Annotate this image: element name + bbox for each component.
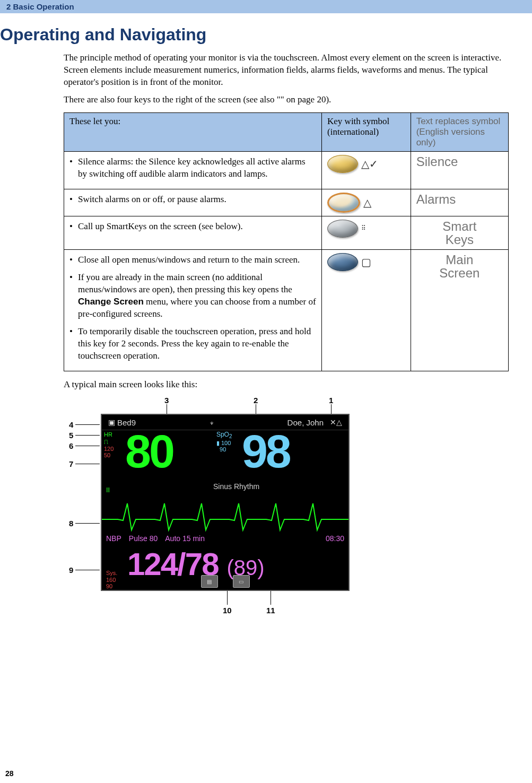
bullet: To temporarily disable the touchscreen o… <box>69 326 316 362</box>
silence-key-icon: △✓ <box>327 155 405 173</box>
bullet: Close all open menus/windows and return … <box>69 254 316 266</box>
english-label-silence: Silence <box>416 154 458 169</box>
bullet: Call up SmartKeys on the screen (see bel… <box>69 221 316 233</box>
spo2-value: 98 <box>242 430 290 481</box>
table-row: Close all open menus/windows and return … <box>64 250 509 371</box>
th-symbol: Key with symbol (international) <box>322 112 411 151</box>
body-text-block: The principle method of operating your m… <box>64 52 509 624</box>
table-header-row: These let you: Key with symbol (internat… <box>64 112 509 151</box>
hr-tile: HR ⎍ 120 50 80 <box>102 430 215 481</box>
rhythm-label: Sinus Rhythm <box>102 481 348 493</box>
main-screen-figure: 3 2 1 4 5 6 7 8 9 10 11 <box>64 396 361 624</box>
keys-table: These let you: Key with symbol (internat… <box>64 112 509 371</box>
callout-10: 10 <box>223 606 232 615</box>
bullet: Silence alarms: the Silence key acknowle… <box>69 156 316 180</box>
alarm-status-icon: ✕△ <box>330 418 342 427</box>
alarms-key-icon: △ <box>327 193 405 213</box>
callout-8: 8 <box>69 519 73 528</box>
oval-grey-icon <box>327 220 358 238</box>
dotgrid-icon: ⠿ <box>361 224 365 232</box>
english-label-alarms: Alarms <box>416 192 456 206</box>
spo2-lim-lo: 90 <box>216 446 242 453</box>
nbp-info-row: NBP Pulse 80 Auto 15 min 08:30 <box>102 534 348 546</box>
nbp-pulse: Pulse 80 <box>129 534 158 543</box>
softkey-icon: ▤ <box>201 575 218 588</box>
triangle-icon: △ <box>363 196 371 209</box>
hr-value: 80 <box>125 430 173 481</box>
softkey-bar: ▤ ▭ <box>102 575 348 588</box>
callout-9: 9 <box>69 566 73 575</box>
page-content: Operating and Navigating The principle m… <box>0 13 532 624</box>
th-function: These let you: <box>64 112 322 151</box>
spo2-label: SpO2 <box>216 431 242 439</box>
oval-yellow-icon <box>327 155 358 173</box>
antenna-icon: ⍖ <box>210 418 214 427</box>
callout-4: 4 <box>69 420 73 429</box>
page-title: Operating and Navigating <box>0 25 519 45</box>
hr-label: HR <box>104 431 125 438</box>
bullet: Switch alarms on or off, or pause alarms… <box>69 194 316 206</box>
ecg-waveform <box>102 493 348 534</box>
nbp-mode: Auto 15 min <box>165 534 205 543</box>
callout-6: 6 <box>69 441 73 450</box>
callout-11: 11 <box>266 606 275 615</box>
mainscreen-key-icon: ▢ <box>327 253 405 271</box>
english-label-mainscreen: Main Screen <box>416 253 503 280</box>
triangle-check-icon: △✓ <box>361 158 378 170</box>
callout-2: 2 <box>254 396 258 405</box>
paragraph-2: There are also four keys to the right of… <box>64 94 509 106</box>
oval-blue-icon <box>327 253 358 271</box>
callout-5: 5 <box>69 431 73 440</box>
paragraph-1: The principle method of operating your m… <box>64 52 509 89</box>
paragraph-3: A typical main screen looks like this: <box>64 379 509 391</box>
hr-lim-hi: 120 <box>104 446 125 452</box>
spo2-lim-hi: ▮ 100 <box>216 440 242 446</box>
square-icon: ▢ <box>361 256 371 268</box>
callout-3: 3 <box>164 396 169 405</box>
softkey-icon: ▭ <box>233 575 250 588</box>
table-row: Switch alarms on or off, or pause alarms… <box>64 189 509 216</box>
chapter-header: 2 Basic Operation <box>0 0 532 13</box>
smartkeys-key-icon: ⠿ <box>327 220 405 238</box>
th-english: Text replaces symbol (English versions o… <box>411 112 508 151</box>
chapter-title: 2 Basic Operation <box>6 2 74 11</box>
nbp-label: NBP <box>106 534 121 543</box>
hr-source-icon: ⎍ <box>104 438 125 446</box>
callout-7: 7 <box>69 459 73 468</box>
table-row: Silence alarms: the Silence key acknowle… <box>64 151 509 189</box>
table-row: Call up SmartKeys on the screen (see bel… <box>64 216 509 249</box>
hr-lim-lo: 50 <box>104 452 125 458</box>
callout-1: 1 <box>329 396 333 405</box>
oval-orange-icon <box>327 193 360 213</box>
english-label-smartkeys: Smart Keys <box>416 220 503 246</box>
network-icon: ▣ <box>108 418 115 427</box>
patient-name: Doe, John <box>287 418 324 427</box>
monitor-screenshot: ▣ Bed9 ⍖ Doe, John ✕△ HR ⎍ 120 50 <box>101 414 350 591</box>
nbp-time: 08:30 <box>326 534 344 543</box>
bullet: If you are already in the main screen (n… <box>69 272 316 320</box>
spo2-tile: SpO2 ▮ 100 90 98 <box>215 430 348 481</box>
